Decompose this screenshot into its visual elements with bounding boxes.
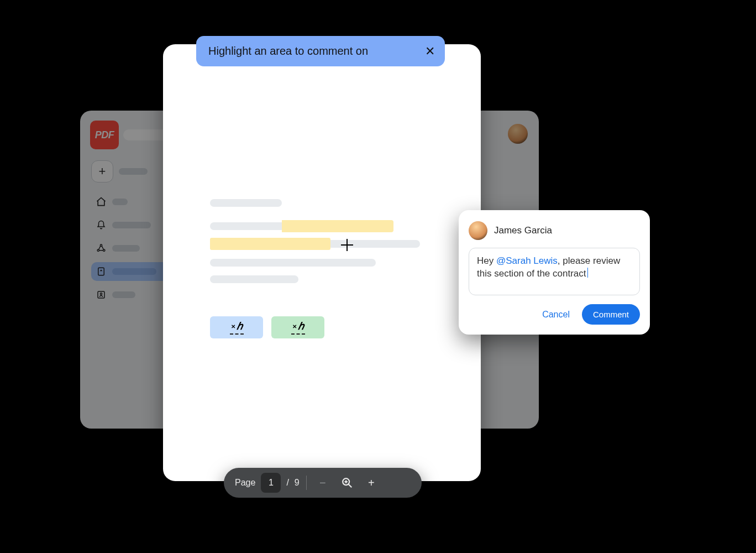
page-sep: / <box>286 478 288 488</box>
tooltip-text: Highlight an area to comment on <box>208 45 368 58</box>
page-total: 9 <box>295 478 300 488</box>
comment-author: James Garcia <box>494 225 552 236</box>
text-skeleton <box>210 199 282 207</box>
text-skeleton <box>210 259 376 267</box>
signature-field-1[interactable]: ✕ℎ <box>210 316 263 338</box>
highlight-region[interactable] <box>210 238 330 250</box>
comment-button[interactable]: Comment <box>582 304 640 325</box>
highlight-region[interactable] <box>282 220 393 232</box>
highlight-tooltip: Highlight an area to comment on ✕ <box>196 36 445 66</box>
text-skeleton <box>210 275 298 283</box>
svg-line-7 <box>348 484 351 488</box>
crosshair-cursor-icon <box>341 239 353 251</box>
text-skeleton <box>210 222 282 230</box>
signature-row: ✕ℎ ✕ℎ <box>210 316 434 338</box>
text-cursor <box>587 268 588 278</box>
comment-input[interactable]: Hey @Sarah Lewis, please review this sec… <box>469 248 640 295</box>
page-number-input[interactable]: 1 <box>261 473 281 493</box>
avatar <box>469 221 487 240</box>
zoom-out-button[interactable]: − <box>313 473 332 492</box>
zoom-in-button[interactable]: + <box>362 473 381 492</box>
comment-popover: James Garcia Hey @Sarah Lewis, please re… <box>459 210 650 335</box>
close-icon[interactable]: ✕ <box>425 44 435 59</box>
divider <box>306 476 307 490</box>
document-body: ✕ℎ ✕ℎ <box>163 44 481 338</box>
zoom-reset-button[interactable] <box>338 473 356 492</box>
page-label: Page <box>235 478 255 488</box>
mention[interactable]: @Sarah Lewis <box>496 255 558 266</box>
signature-field-2[interactable]: ✕ℎ <box>271 316 324 338</box>
cancel-button[interactable]: Cancel <box>542 310 570 320</box>
page-toolbar: Page 1 / 9 − + <box>224 468 422 498</box>
comment-text-pre: Hey <box>477 255 496 266</box>
document-preview[interactable]: ✕ℎ ✕ℎ Page 1 / 9 − + <box>163 44 481 481</box>
